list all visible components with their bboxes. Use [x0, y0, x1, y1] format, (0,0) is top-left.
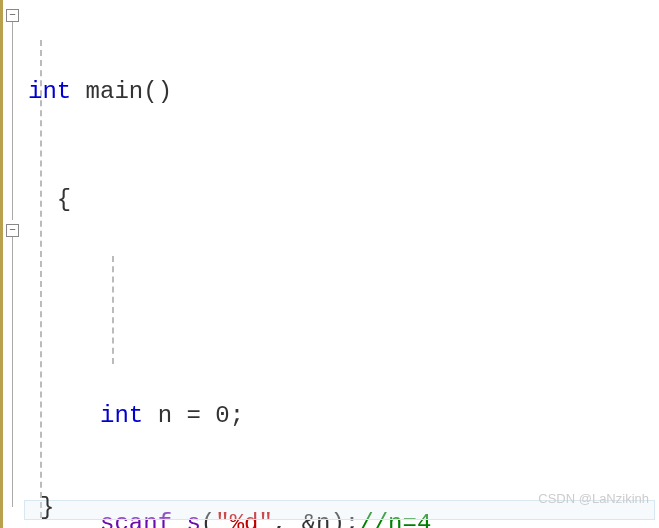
fold-icon[interactable]: − — [6, 224, 19, 237]
keyword: int — [100, 402, 143, 429]
code-block: int main() { int n = 0; scanf_s("%d", &n… — [28, 2, 475, 528]
fold-icon[interactable]: − — [6, 9, 19, 22]
fold-line — [12, 237, 13, 507]
fold-line — [12, 22, 13, 220]
code-line: { — [28, 182, 475, 218]
identifier: main — [71, 78, 143, 105]
code-line — [28, 290, 475, 326]
text: ; — [230, 402, 244, 429]
number: 0 — [215, 402, 229, 429]
text: n = — [143, 402, 215, 429]
text: () — [143, 78, 172, 105]
watermark: CSDN @LaNzikinh — [538, 489, 649, 509]
brace: { — [57, 186, 71, 213]
gutter: − − — [0, 0, 24, 528]
keyword: int — [28, 78, 71, 105]
code-line: int n = 0; — [28, 398, 475, 434]
brace: } — [40, 490, 54, 526]
code-line: int main() — [28, 74, 475, 110]
